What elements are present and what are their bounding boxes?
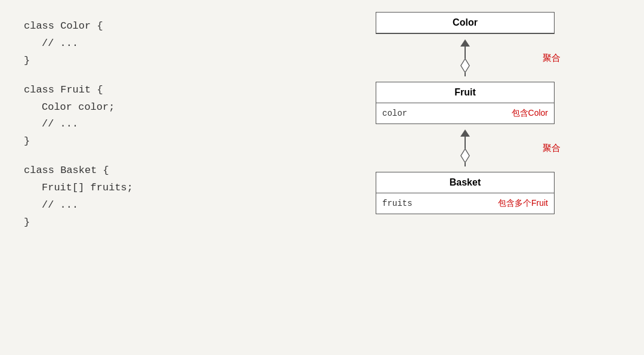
fruit-note-color: 包含Color: [512, 108, 548, 119]
code-line: class Color {: [24, 18, 274, 35]
aggregation-label-2: 聚合: [543, 143, 561, 154]
svg-marker-0: [461, 58, 469, 72]
connector-line-2a: [465, 137, 466, 149]
code-line: }: [24, 133, 274, 150]
uml-diagram-panel: Color 聚合 Fruit color 包含Color: [286, 0, 644, 355]
uml-class-basket-header: Basket: [376, 172, 554, 193]
code-line: Color color;: [24, 99, 274, 116]
uml-class-fruit-body: color 包含Color: [376, 103, 554, 124]
code-line: // ...: [24, 35, 274, 53]
uml-class-color: Color: [376, 12, 555, 34]
connector-fruit-basket: 聚合: [376, 124, 555, 172]
connector-color-fruit: 聚合: [376, 34, 555, 82]
code-line: Fruit[] fruits;: [24, 180, 274, 197]
connector-line-1a: [465, 47, 466, 58]
arrow-icon-up-1: [460, 39, 470, 47]
code-line: }: [24, 214, 274, 231]
code-line: class Fruit {: [24, 82, 274, 99]
svg-marker-1: [461, 149, 469, 162]
code-block-fruit: class Fruit { Color color; // ... }: [24, 82, 274, 151]
basket-note-fruits: 包含多个Fruit: [498, 198, 548, 209]
uml-class-color-header: Color: [376, 13, 554, 33]
uml-class-fruit: Fruit color 包含Color: [376, 82, 555, 124]
arrow-icon-up-2: [460, 129, 470, 137]
uml-class-fruit-header: Fruit: [376, 82, 554, 103]
aggregation-label-1: 聚合: [543, 53, 561, 64]
code-block-color: class Color { // ... }: [24, 18, 274, 70]
connector-inner-2: [460, 129, 470, 166]
diamond-icon-1: [460, 58, 470, 73]
uml-class-basket-body: fruits 包含多个Fruit: [376, 193, 554, 214]
code-panel: class Color { // ... } class Fruit { Col…: [0, 0, 286, 355]
connector-inner-1: [460, 39, 470, 76]
fruit-attribute-color: color: [382, 109, 407, 118]
code-block-basket: class Basket { Fruit[] fruits; // ... }: [24, 162, 274, 231]
uml-class-basket: Basket fruits 包含多个Fruit: [376, 172, 555, 214]
basket-attribute-fruits: fruits: [382, 199, 412, 208]
code-line: // ...: [24, 116, 274, 133]
code-line: // ...: [24, 197, 274, 214]
code-line: }: [24, 53, 274, 70]
diamond-icon-2: [460, 149, 470, 163]
code-line: class Basket {: [24, 162, 274, 180]
